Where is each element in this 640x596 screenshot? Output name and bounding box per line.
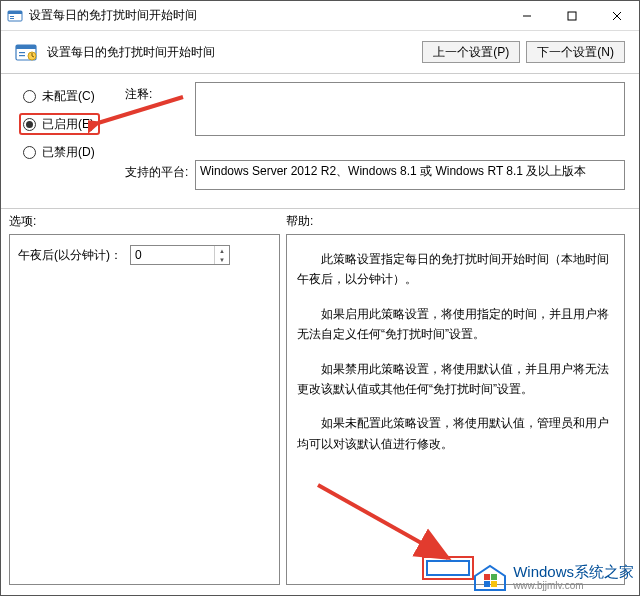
help-panel: 此策略设置指定每日的免打扰时间开始时间（本地时间午夜后，以分钟计）。 如果启用此… — [286, 234, 625, 585]
spin-up-icon[interactable]: ▲ — [215, 246, 229, 255]
radio-label: 未配置(C) — [42, 88, 95, 105]
help-paragraph: 如果启用此策略设置，将使用指定的时间，并且用户将无法自定义任何“免打扰时间”设置… — [297, 304, 614, 345]
comment-input[interactable] — [195, 82, 625, 136]
highlight-enabled: 已启用(E) — [19, 113, 100, 135]
minimize-button[interactable] — [504, 1, 549, 30]
comment-label: 注释: — [125, 82, 195, 103]
radio-not-configured[interactable]: 未配置(C) — [15, 82, 125, 110]
option-midnight-label: 午夜后(以分钟计)： — [18, 247, 122, 264]
radio-label: 已禁用(D) — [42, 144, 95, 161]
app-icon — [7, 8, 23, 24]
svg-rect-5 — [568, 12, 576, 20]
options-panel: 午夜后(以分钟计)： 0 ▲ ▼ — [9, 234, 280, 585]
prev-setting-button[interactable]: 上一个设置(P) — [422, 41, 520, 63]
help-paragraph: 如果禁用此策略设置，将使用默认值，并且用户将无法更改该默认值或其他任何“免打扰时… — [297, 359, 614, 400]
page-title: 设置每日的免打扰时间开始时间 — [47, 44, 416, 61]
radio-icon — [23, 118, 36, 131]
help-paragraph: 此策略设置指定每日的免打扰时间开始时间（本地时间午夜后，以分钟计）。 — [297, 249, 614, 290]
help-paragraph: 如果未配置此策略设置，将使用默认值，管理员和用户均可以对该默认值进行修改。 — [297, 413, 614, 454]
platform-label: 支持的平台: — [125, 160, 195, 181]
radio-enabled[interactable]: 已启用(E) — [15, 110, 125, 138]
svg-rect-11 — [19, 55, 25, 56]
platform-field: Windows Server 2012 R2、Windows 8.1 或 Win… — [195, 160, 625, 190]
option-midnight-input[interactable]: 0 ▲ ▼ — [130, 245, 230, 265]
policy-icon — [15, 41, 39, 63]
help-label: 帮助: — [286, 213, 625, 230]
radio-icon — [23, 90, 36, 103]
svg-rect-9 — [16, 45, 36, 49]
titlebar: 设置每日的免打扰时间开始时间 — [1, 1, 639, 31]
svg-rect-1 — [8, 11, 22, 14]
close-button[interactable] — [594, 1, 639, 30]
maximize-button[interactable] — [549, 1, 594, 30]
window-title: 设置每日的免打扰时间开始时间 — [29, 7, 504, 24]
next-setting-button[interactable]: 下一个设置(N) — [526, 41, 625, 63]
annotation-box — [422, 556, 474, 580]
svg-rect-2 — [10, 16, 14, 17]
svg-rect-10 — [19, 52, 25, 53]
svg-rect-3 — [10, 18, 14, 19]
radio-icon — [23, 146, 36, 159]
header-row: 设置每日的免打扰时间开始时间 上一个设置(P) 下一个设置(N) — [1, 31, 639, 74]
options-label: 选项: — [9, 213, 286, 230]
radio-disabled[interactable]: 已禁用(D) — [15, 138, 125, 166]
spin-down-icon[interactable]: ▼ — [215, 255, 229, 264]
radio-label: 已启用(E) — [42, 116, 94, 133]
